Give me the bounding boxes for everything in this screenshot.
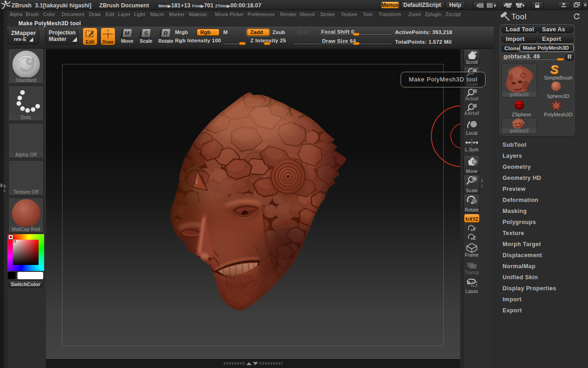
svg-text:Y: Y	[473, 227, 476, 232]
svg-text:Z: Z	[473, 236, 476, 241]
